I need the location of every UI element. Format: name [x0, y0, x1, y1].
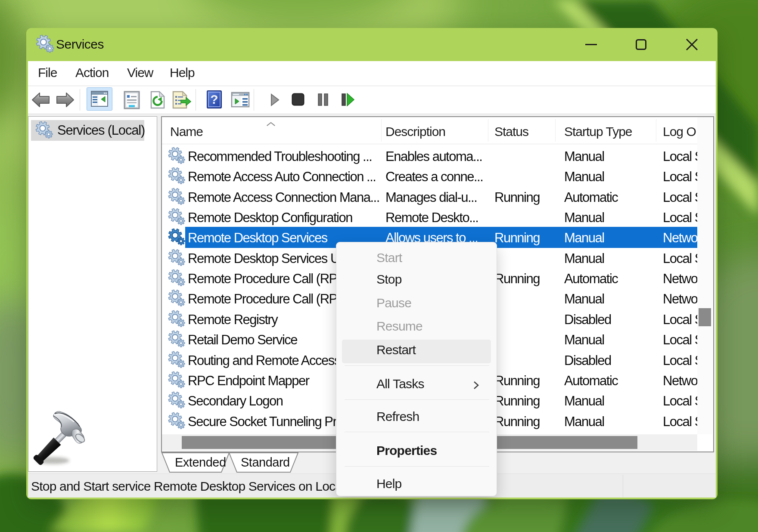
- svg-text:?: ?: [210, 92, 218, 106]
